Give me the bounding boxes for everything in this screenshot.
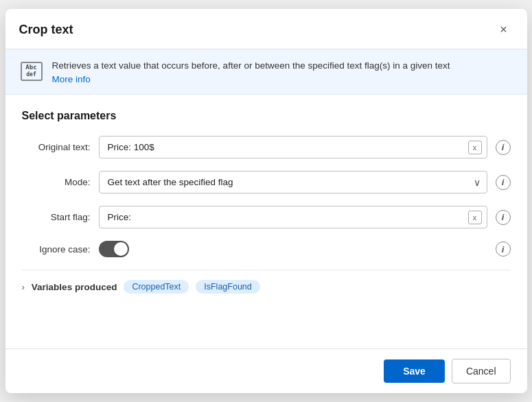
- mode-label: Mode:: [22, 177, 91, 187]
- variables-row: › Variables produced CroppedText IsFlagF…: [22, 270, 511, 299]
- original-text-label: Original text:: [22, 142, 91, 152]
- start-flag-input[interactable]: [99, 206, 487, 228]
- save-button[interactable]: Save: [384, 359, 445, 383]
- ignore-case-info-icon[interactable]: i: [496, 241, 511, 257]
- mode-select[interactable]: Get text after the specified flag Get te…: [99, 171, 487, 193]
- toggle-knob: [114, 242, 128, 256]
- ignore-case-label: Ignore case:: [22, 244, 91, 255]
- more-info-link[interactable]: More info: [52, 74, 450, 84]
- is-flag-found-badge: IsFlagFound: [196, 280, 259, 294]
- close-button[interactable]: ×: [494, 20, 513, 39]
- section-title: Select parameters: [22, 110, 511, 122]
- original-text-info-icon[interactable]: i: [496, 140, 511, 155]
- variables-chevron-icon[interactable]: ›: [22, 282, 25, 292]
- mode-info-icon[interactable]: i: [496, 175, 511, 190]
- banner-text-block: Retrieves a text value that occurs befor…: [52, 59, 450, 84]
- crop-text-dialog: Crop text × Abcdef Retrieves a text valu…: [5, 9, 527, 393]
- original-text-input[interactable]: [99, 136, 487, 158]
- start-flag-wrapper: x: [99, 206, 487, 228]
- cropped-text-badge: CroppedText: [124, 280, 189, 294]
- start-flag-label: Start flag:: [22, 212, 91, 222]
- variables-label: Variables produced: [32, 282, 117, 292]
- abc-icon: Abcdef: [19, 59, 44, 84]
- original-text-row: Original text: x i: [22, 136, 511, 158]
- start-flag-info-icon[interactable]: i: [496, 210, 511, 225]
- ignore-case-row: Ignore case: i: [22, 241, 511, 257]
- dialog-body: Select parameters Original text: x i Mod…: [5, 95, 527, 348]
- original-text-clear-button[interactable]: x: [468, 141, 482, 154]
- original-text-wrapper: x: [99, 136, 487, 158]
- start-flag-row: Start flag: x i: [22, 206, 511, 228]
- mode-select-wrapper: Get text after the specified flag Get te…: [99, 171, 487, 193]
- ignore-case-toggle-wrapper: [99, 241, 129, 257]
- dialog-header: Crop text ×: [5, 9, 527, 49]
- banner-description: Retrieves a text value that occurs befor…: [52, 60, 450, 71]
- cancel-button[interactable]: Cancel: [452, 359, 511, 383]
- mode-row: Mode: Get text after the specified flag …: [22, 171, 511, 193]
- dialog-title: Crop text: [19, 23, 73, 37]
- dialog-footer: Save Cancel: [5, 348, 527, 393]
- start-flag-clear-button[interactable]: x: [468, 211, 482, 224]
- info-banner: Abcdef Retrieves a text value that occur…: [5, 49, 527, 95]
- ignore-case-toggle[interactable]: [99, 241, 129, 257]
